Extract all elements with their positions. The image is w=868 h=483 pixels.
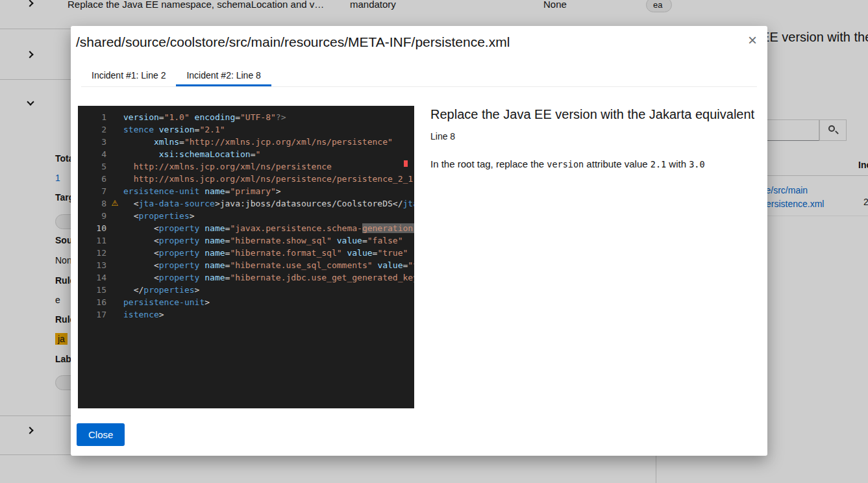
code-text: <property name="hibernate.show_sql" valu… [123,234,414,247]
code-text: version="1.0" encoding="UTF-8"?> [123,111,414,123]
line-number: 3 [78,136,106,148]
code-line: 10 <property name="javax.persistence.sch… [78,222,414,234]
code-line: 12 <property name="hibernate.format_sql"… [78,247,414,259]
gutter-spacer [106,271,123,284]
code-text: <property name="hibernate.use_sql_commen… [123,259,414,271]
code-text: <property name="hibernate.jdbc.use_get_g… [123,271,414,284]
incident-line-ref: Line 8 [430,131,757,142]
gutter-spacer [106,296,123,308]
line-number: 14 [78,271,106,284]
code-text: <properties> [123,210,414,222]
line-number: 16 [78,296,106,308]
code-text: persistence-unit> [123,296,414,308]
code-line: 6 http://xmlns.jcp.org/xml/ns/persistenc… [78,173,414,185]
gutter-spacer [106,148,123,160]
tab-incident-1[interactable]: Incident #1: Line 2 [81,66,176,86]
gutter-spacer [106,136,123,148]
code-text: istence> [123,308,414,321]
line-number: 5 [78,160,106,173]
line-number: 4 [78,148,106,160]
gutter-spacer [106,259,123,271]
code-text: ersistence-unit name="primary"> [123,185,414,197]
incident-heading: Replace the Java EE version with the Jak… [430,107,757,122]
line-number: 8 [78,197,106,210]
code-text: xsi:schemaLocation=" [123,148,414,160]
close-button[interactable]: Close [77,423,125,446]
code-text: http://xmlns.jcp.org/xml/ns/persistence [123,160,414,173]
error-marker [404,160,408,167]
code-text: </properties> [123,284,414,296]
code-text: stence version="2.1" [123,123,414,136]
code-text: <property name="javax.persistence.schema… [123,222,414,234]
gutter-spacer [106,234,123,247]
code-line: 9 <properties> [78,210,414,222]
gutter-spacer [106,160,123,173]
gutter-spacer [106,222,123,234]
code-line: 5 http://xmlns.jcp.org/xml/ns/persistenc… [78,160,414,173]
close-icon[interactable]: × [748,32,757,48]
incident-doc-panel: Replace the Java EE version with the Jak… [430,107,757,169]
code-text: <jta-data-source>java:jboss/datasources/… [123,197,414,210]
code-line: 1version="1.0" encoding="UTF-8"?> [78,111,414,123]
warning-icon: ⚠ [106,197,123,210]
code-line: 11 <property name="hibernate.show_sql" v… [78,234,414,247]
line-number: 15 [78,284,106,296]
gutter-spacer [106,308,123,321]
line-number: 11 [78,234,106,247]
gutter-spacer [106,123,123,136]
code-text: <property name="hibernate.format_sql" va… [123,247,414,259]
line-number: 10 [78,222,106,234]
incident-detail-modal: /shared/source/coolstore/src/main/resour… [71,26,767,456]
incident-message: In the root tag, replace the version att… [430,158,757,169]
tab-incident-2[interactable]: Incident #2: Line 8 [176,66,271,86]
code-lines: 1version="1.0" encoding="UTF-8"?>2stence… [78,111,414,321]
incident-tabs: Incident #1: Line 2 Incident #2: Line 8 [81,66,757,87]
code-line: 17istence> [78,308,414,321]
code-line: 16persistence-unit> [78,296,414,308]
code-text: xmlns="http://xmlns.jcp.org/xml/ns/persi… [123,136,414,148]
line-number: 13 [78,259,106,271]
app-root: Replace the Java EE namespace, schemaLoc… [0,0,868,483]
code-editor[interactable]: 1version="1.0" encoding="UTF-8"?>2stence… [78,106,414,408]
gutter-spacer [106,173,123,185]
gutter-spacer [106,210,123,222]
modal-title: /shared/source/coolstore/src/main/resour… [76,34,510,50]
gutter-spacer [106,284,123,296]
code-line: 7ersistence-unit name="primary"> [78,185,414,197]
code-line: 14 <property name="hibernate.jdbc.use_ge… [78,271,414,284]
gutter-spacer [106,185,123,197]
line-number: 17 [78,308,106,321]
line-number: 9 [78,210,106,222]
gutter-spacer [106,111,123,123]
code-line: 2stence version="2.1" [78,123,414,136]
line-number: 7 [78,185,106,197]
code-line: 13 <property name="hibernate.use_sql_com… [78,259,414,271]
code-line: 4 xsi:schemaLocation=" [78,148,414,160]
line-number: 1 [78,111,106,123]
line-number: 2 [78,123,106,136]
line-number: 12 [78,247,106,259]
code-text: http://xmlns.jcp.org/xml/ns/persistence/… [123,173,414,185]
code-line: 8⚠ <jta-data-source>java:jboss/datasourc… [78,197,414,210]
gutter-spacer [106,247,123,259]
code-line: 3 xmlns="http://xmlns.jcp.org/xml/ns/per… [78,136,414,148]
code-line: 15 </properties> [78,284,414,296]
line-number: 6 [78,173,106,185]
